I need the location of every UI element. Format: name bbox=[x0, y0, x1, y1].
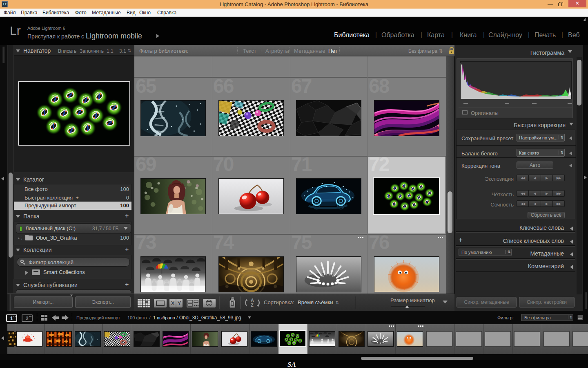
svg-text:X: X bbox=[171, 300, 175, 306]
svg-text:Сортировка:: Сортировка: bbox=[264, 299, 294, 305]
svg-text:Z: Z bbox=[251, 303, 254, 307]
svg-text:A: A bbox=[251, 298, 254, 303]
svg-text:Размер миниатюр: Размер миниатюр bbox=[390, 297, 435, 303]
svg-text:Y: Y bbox=[178, 300, 181, 306]
svg-text:⇅: ⇅ bbox=[336, 300, 339, 305]
svg-text:Время съёмки: Время съёмки bbox=[298, 299, 333, 305]
